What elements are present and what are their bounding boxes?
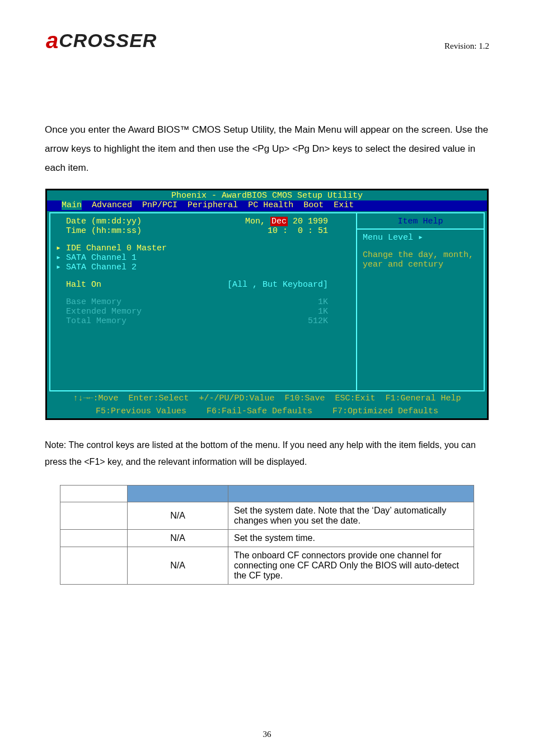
bios-sata2-row[interactable]: ▸ SATA Channel 2 [56,263,350,272]
table-cell [60,547,128,584]
bios-halt-value[interactable]: [All , But Keyboard] [185,280,350,290]
table-header-2 [128,485,228,502]
bios-body: Date (mm:dd:yy) Mon, Dec 20 1999 Time (h… [47,211,487,393]
table-row: N/A Set the system date. Note that the ‘… [60,502,474,529]
table-cell [60,502,128,529]
bios-time-label: Time (hh:mm:ss) [56,226,185,236]
bios-extmem-value: 1K [185,307,350,316]
page-header: aCROSSER Revision: 1.2 [45,28,489,53]
table-cell-option: N/A [128,529,228,547]
table-row: N/A The onboard CF connectors provide on… [60,547,474,584]
bios-menu-pnppci[interactable]: PnP/PCI [142,200,177,210]
bios-help-text: Change the day, month, year and century [363,250,478,269]
bios-basemem-value: 1K [185,297,350,307]
table-cell-desc: Set the system date. Note that the ‘Day’… [228,502,474,529]
bios-totmem-value: 512K [185,316,350,326]
bios-ide-row[interactable]: ▸ IDE Channel 0 Master [56,244,350,253]
table-row: N/A Set the system time. [60,529,474,547]
bios-date-value[interactable]: Mon, Dec 20 1999 [185,217,350,226]
bios-footer1: ↑↓→←:Move Enter:Select +/-/PU/PD:Value F… [47,393,487,405]
options-table: N/A Set the system date. Note that the ‘… [60,485,474,585]
table-cell-desc: Set the system time. [228,529,474,547]
bios-menu-boot[interactable]: Boot [303,200,324,210]
revision-text: Revision: 1.2 [444,41,489,51]
bios-left-pane: Date (mm:dd:yy) Mon, Dec 20 1999 Time (h… [49,212,356,391]
bios-menu-pchealth[interactable]: PC Health [248,200,293,210]
bios-totmem-row: Total Memory 512K [56,316,350,326]
bios-halt-row[interactable]: Halt On [All , But Keyboard] [56,280,350,290]
logo-text: CROSSER [59,30,157,52]
bios-menu-level: Menu Level ▸ [363,233,478,242]
bios-screenshot: Phoenix - AwardBIOS CMOS Setup Utility M… [45,189,489,420]
bios-menu-main[interactable]: Main [62,200,82,210]
bios-help-pane: Item Help Menu Level ▸ Change the day, m… [356,212,485,391]
intro-paragraph: Once you enter the Award BIOS™ CMOS Setu… [45,120,489,178]
triangle-icon: ▸ [56,263,61,272]
triangle-icon: ▸ [56,244,61,253]
table-cell-option: N/A [128,547,228,584]
logo-mark-icon: a [45,28,60,53]
bios-basemem-row: Base Memory 1K [56,297,350,307]
bios-time-row[interactable]: Time (hh:mm:ss) 10 : 0 : 51 [56,226,350,236]
bios-title: Phoenix - AwardBIOS CMOS Setup Utility [47,190,487,200]
bios-help-title: Item Help [363,217,478,226]
divider [357,228,484,230]
bios-menubar[interactable]: Main Advanced PnP/PCI Peripheral PC Heal… [47,200,487,211]
bios-sata1-row[interactable]: ▸ SATA Channel 1 [56,253,350,263]
table-cell-desc: The onboard CF connectors provide one ch… [228,547,474,584]
table-header-3 [228,485,474,502]
bios-date-label: Date (mm:dd:yy) [56,217,185,226]
bios-time-value[interactable]: 10 : 0 : 51 [185,226,350,236]
table-cell-option: N/A [128,502,228,529]
table-header-1 [60,485,128,502]
bios-menu-advanced[interactable]: Advanced [92,200,132,210]
table-cell [60,529,128,547]
triangle-icon: ▸ [56,253,61,263]
bios-date-highlight[interactable]: Dec [270,217,288,226]
bios-menu-peripheral[interactable]: Peripheral [188,200,238,210]
page-number: 36 [0,730,534,739]
table-header-row [60,485,474,502]
note-paragraph: Note: The control keys are listed at the… [45,437,489,471]
bios-date-row[interactable]: Date (mm:dd:yy) Mon, Dec 20 1999 [56,217,350,226]
bios-menu-exit[interactable]: Exit [334,200,354,210]
logo: aCROSSER [45,28,157,53]
bios-extmem-row: Extended Memory 1K [56,307,350,316]
bios-footer2: F5:Previous Values F6:Fail-Safe Defaults… [47,405,487,418]
section-title: 4.1 Main Setup [45,87,489,105]
